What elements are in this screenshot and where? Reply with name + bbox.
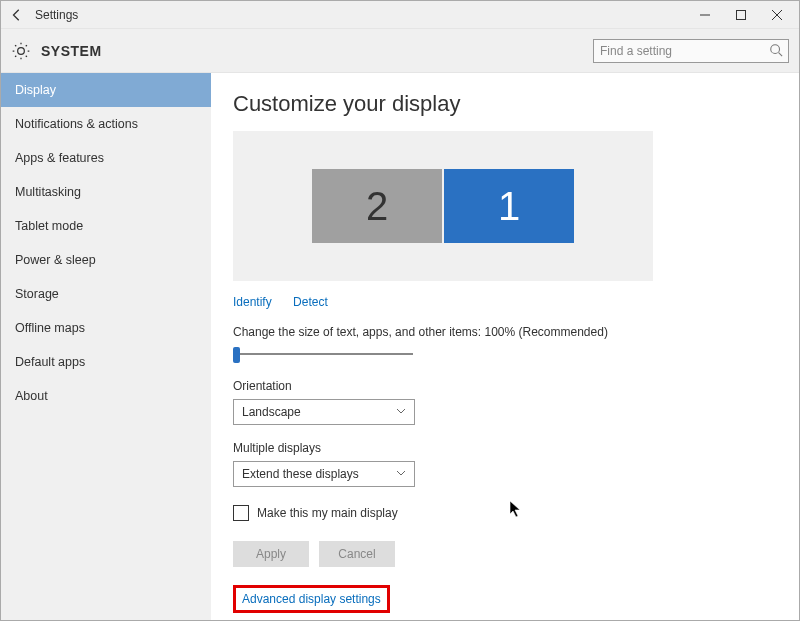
search-input[interactable] <box>593 39 789 63</box>
titlebar: Settings <box>1 1 799 29</box>
sidebar-item-power-sleep[interactable]: Power & sleep <box>1 243 211 277</box>
search-container <box>593 39 789 63</box>
multiple-displays-value: Extend these displays <box>242 467 359 481</box>
main-display-checkbox-row: Make this my main display <box>233 505 777 521</box>
sidebar-item-notifications[interactable]: Notifications & actions <box>1 107 211 141</box>
sidebar-item-label: Power & sleep <box>15 253 96 267</box>
svg-rect-1 <box>737 10 746 19</box>
main-display-checkbox-label: Make this my main display <box>257 506 398 520</box>
cancel-button[interactable]: Cancel <box>319 541 395 567</box>
close-button[interactable] <box>759 1 795 29</box>
svg-line-3 <box>779 52 783 56</box>
monitor-2[interactable]: 2 <box>312 169 442 243</box>
maximize-button[interactable] <box>723 1 759 29</box>
scale-label: Change the size of text, apps, and other… <box>233 325 777 339</box>
minimize-icon <box>700 10 710 20</box>
sidebar-item-about[interactable]: About <box>1 379 211 413</box>
chevron-down-icon <box>396 467 406 481</box>
sidebar-item-label: Display <box>15 83 56 97</box>
identify-link[interactable]: Identify <box>233 295 272 309</box>
header: SYSTEM <box>1 29 799 73</box>
sidebar-item-default-apps[interactable]: Default apps <box>1 345 211 379</box>
orientation-value: Landscape <box>242 405 301 419</box>
sidebar-item-display[interactable]: Display <box>1 73 211 107</box>
sidebar-item-label: Multitasking <box>15 185 81 199</box>
back-button[interactable] <box>5 3 29 27</box>
main-display-checkbox[interactable] <box>233 505 249 521</box>
window-controls <box>687 1 795 29</box>
sidebar-item-label: Notifications & actions <box>15 117 138 131</box>
detect-link[interactable]: Detect <box>293 295 328 309</box>
monitor-actions: Identify Detect <box>233 295 777 309</box>
monitor-1[interactable]: 1 <box>444 169 574 243</box>
sidebar-item-label: Tablet mode <box>15 219 83 233</box>
advanced-display-settings-link[interactable]: Advanced display settings <box>242 592 381 606</box>
apply-cancel-row: Apply Cancel <box>233 541 777 567</box>
svg-point-2 <box>771 44 780 53</box>
content: Customize your display 2 1 Identify Dete… <box>211 73 799 621</box>
gear-icon <box>11 41 31 61</box>
sidebar-item-label: Default apps <box>15 355 85 369</box>
maximize-icon <box>736 10 746 20</box>
back-arrow-icon <box>10 8 24 22</box>
slider-thumb[interactable] <box>233 347 240 363</box>
chevron-down-icon <box>396 405 406 419</box>
monitor-arrangement-panel[interactable]: 2 1 <box>233 131 653 281</box>
sidebar-item-label: Offline maps <box>15 321 85 335</box>
sidebar-item-label: About <box>15 389 48 403</box>
section-title: SYSTEM <box>41 43 102 59</box>
sidebar-item-label: Apps & features <box>15 151 104 165</box>
slider-track <box>233 353 413 355</box>
orientation-select[interactable]: Landscape <box>233 399 415 425</box>
sidebar-item-apps[interactable]: Apps & features <box>1 141 211 175</box>
advanced-link-highlight: Advanced display settings <box>233 585 390 613</box>
sidebar: Display Notifications & actions Apps & f… <box>1 73 211 621</box>
monitor-label: 2 <box>366 184 388 229</box>
orientation-label: Orientation <box>233 379 777 393</box>
sidebar-item-offline-maps[interactable]: Offline maps <box>1 311 211 345</box>
page-title: Customize your display <box>233 91 777 117</box>
multiple-displays-label: Multiple displays <box>233 441 777 455</box>
monitor-label: 1 <box>498 184 520 229</box>
multiple-displays-select[interactable]: Extend these displays <box>233 461 415 487</box>
minimize-button[interactable] <box>687 1 723 29</box>
search-icon <box>769 43 783 60</box>
sidebar-item-tablet-mode[interactable]: Tablet mode <box>1 209 211 243</box>
window-title: Settings <box>35 8 78 22</box>
sidebar-item-multitasking[interactable]: Multitasking <box>1 175 211 209</box>
apply-button[interactable]: Apply <box>233 541 309 567</box>
close-icon <box>772 10 782 20</box>
sidebar-item-label: Storage <box>15 287 59 301</box>
sidebar-item-storage[interactable]: Storage <box>1 277 211 311</box>
scale-slider[interactable] <box>233 345 413 363</box>
